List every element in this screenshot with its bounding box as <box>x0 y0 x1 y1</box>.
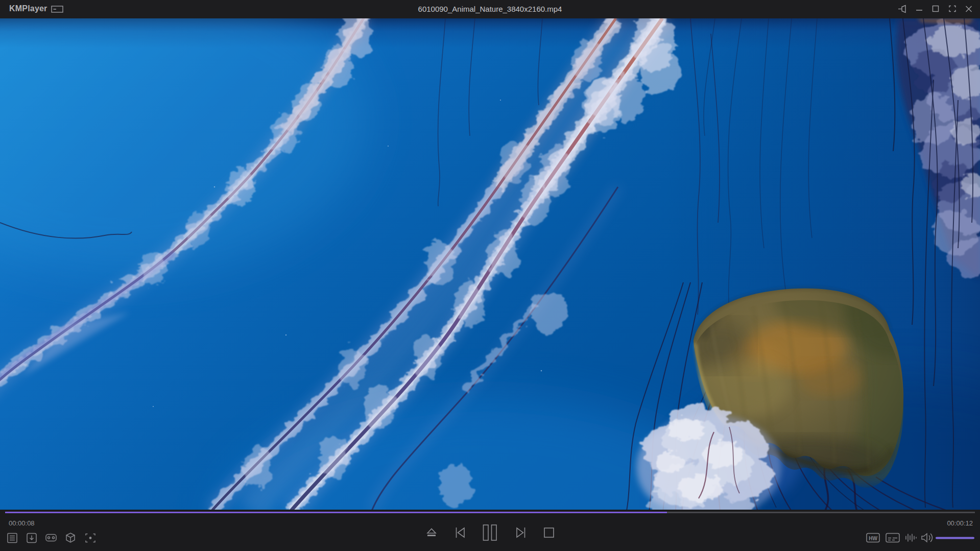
svg-text:HW: HW <box>869 536 877 541</box>
